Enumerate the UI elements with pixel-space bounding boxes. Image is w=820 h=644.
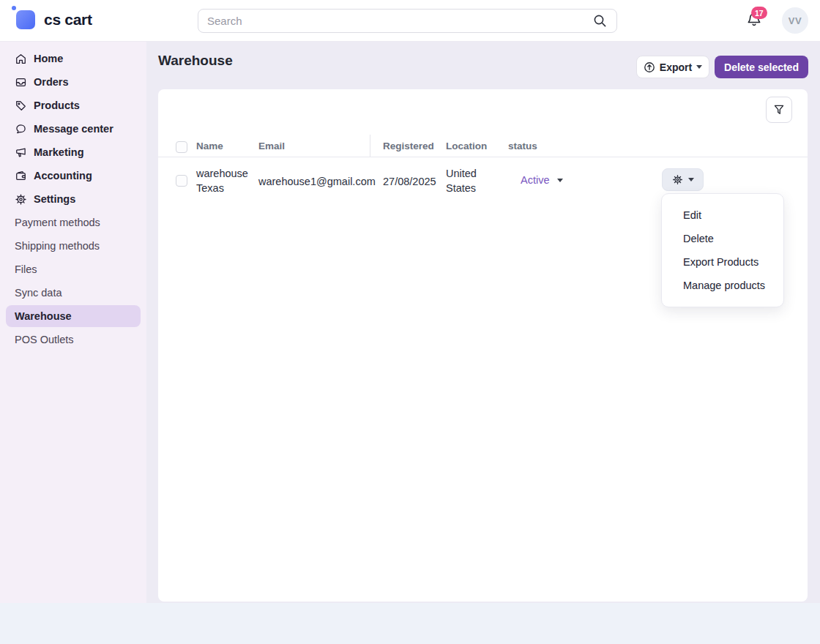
user-avatar[interactable]: VV [782, 7, 808, 34]
cs-cart-admin-app: cs cart 17 VV Home Orders Products [0, 0, 820, 644]
sidebar-item-shipping-methods[interactable]: Shipping methods [0, 234, 146, 258]
column-header-status[interactable]: status [508, 136, 537, 157]
gear-icon [15, 193, 27, 206]
logo-text: cs cart [44, 11, 92, 29]
filter-button[interactable] [766, 97, 792, 123]
sidebar-item-payment-methods[interactable]: Payment methods [0, 211, 146, 234]
sidebar-subitem-label: Files [15, 263, 37, 275]
menu-item-export-products[interactable]: Export Products [662, 250, 783, 274]
export-icon [644, 61, 655, 73]
sidebar-item-label: Settings [34, 193, 75, 205]
sidebar-item-marketing[interactable]: Marketing [0, 141, 146, 164]
export-button[interactable]: Export [636, 56, 709, 78]
sidebar-item-label: Accounting [34, 170, 92, 181]
row-email-cell: warehouse1@gmail.com [258, 174, 376, 189]
sidebar-subitem-label: POS Outlets [15, 334, 74, 345]
table-header-border [158, 157, 808, 157]
page-title: Warehouse [158, 53, 233, 69]
menu-item-edit[interactable]: Edit [662, 203, 783, 227]
orders-icon [15, 76, 27, 89]
wallet-icon [15, 170, 27, 182]
sidebar-item-files[interactable]: Files [0, 258, 146, 281]
sidebar-subitem-label: Warehouse [15, 310, 72, 322]
row-actions-button[interactable] [662, 168, 704, 191]
row-status-dropdown[interactable]: Active [521, 174, 563, 186]
chevron-down-icon [557, 179, 563, 182]
sidebar-item-products[interactable]: Products [0, 94, 146, 117]
gear-icon [672, 174, 683, 185]
delete-selected-button[interactable]: Delete selected [715, 56, 808, 78]
column-divider [370, 135, 370, 157]
sidebar-subitem-label: Shipping methods [15, 240, 100, 252]
sidebar-item-settings[interactable]: Settings [0, 187, 146, 211]
chevron-down-icon [688, 178, 694, 181]
sidebar-subitem-label: Sync data [15, 287, 62, 299]
sidebar-item-warehouse[interactable]: Warehouse [6, 305, 141, 327]
logo[interactable]: cs cart [16, 10, 92, 29]
sidebar-item-label: Orders [34, 76, 69, 88]
row-checkbox[interactable] [176, 175, 187, 187]
global-search [198, 9, 617, 33]
sidebar-item-label: Message center [34, 123, 113, 135]
sidebar-item-home[interactable]: Home [0, 47, 146, 70]
megaphone-icon [15, 146, 27, 159]
row-actions-menu: Edit Delete Export Products Manage produ… [661, 193, 784, 307]
export-button-label: Export [660, 61, 692, 73]
row-location-cell: United States [446, 166, 490, 195]
row-name-cell: warehouse Texas [196, 166, 256, 195]
logo-dot-icon [12, 6, 16, 10]
column-header-location[interactable]: Location [446, 136, 487, 157]
column-header-registered[interactable]: Registered [383, 136, 434, 157]
sidebar-item-sync-data[interactable]: Sync data [0, 281, 146, 304]
column-header-email[interactable]: Email [258, 136, 285, 157]
message-bubble-icon [15, 123, 27, 135]
select-all-checkbox[interactable] [176, 141, 187, 153]
column-header-name[interactable]: Name [196, 136, 223, 157]
notification-count-badge: 17 [751, 7, 767, 19]
sidebar-item-message-center[interactable]: Message center [0, 117, 146, 141]
status-label: Active [521, 174, 550, 186]
sidebar: Home Orders Products Message center Mark… [0, 42, 146, 603]
bottom-strip [0, 603, 820, 644]
sidebar-item-label: Home [34, 53, 63, 64]
row-registered-cell: 27/08/2025 [383, 174, 436, 189]
sidebar-item-label: Products [34, 100, 80, 111]
warehouse-table-card: Name Email Registered Location status wa… [158, 89, 808, 602]
sidebar-item-orders[interactable]: Orders [0, 70, 146, 94]
home-icon [15, 53, 27, 65]
sidebar-item-pos-outlets[interactable]: POS Outlets [0, 328, 146, 351]
sidebar-item-label: Marketing [34, 146, 84, 158]
notifications-bell[interactable]: 17 [745, 11, 766, 31]
filter-funnel-icon [772, 103, 786, 116]
delete-selected-label: Delete selected [724, 61, 799, 73]
topbar: cs cart 17 VV [0, 0, 820, 42]
search-icon[interactable] [593, 14, 607, 28]
chevron-down-icon [696, 65, 702, 69]
search-input[interactable] [198, 9, 617, 33]
menu-item-manage-products[interactable]: Manage products [662, 274, 783, 297]
sidebar-item-accounting[interactable]: Accounting [0, 164, 146, 187]
logo-icon [16, 10, 35, 29]
sidebar-subitem-label: Payment methods [15, 217, 100, 228]
products-tag-icon [15, 100, 27, 112]
menu-item-delete[interactable]: Delete [662, 227, 783, 250]
